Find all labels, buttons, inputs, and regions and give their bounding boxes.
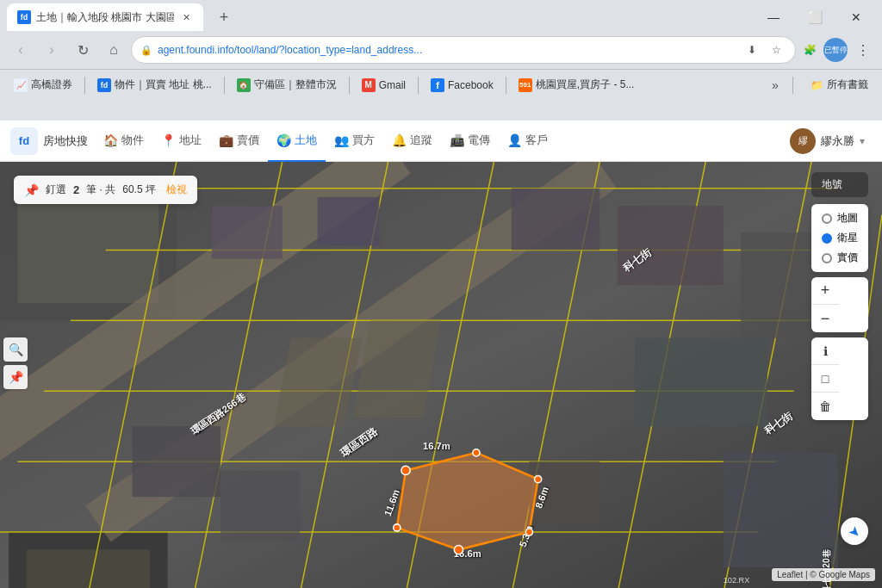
extra-tools: ℹ □ 🗑: [811, 337, 868, 420]
zoom-out-button[interactable]: −: [811, 305, 839, 332]
map-left-tools: 🔍 📌: [0, 334, 31, 393]
view-mode-map[interactable]: 地圖: [822, 211, 858, 226]
bookmark-property[interactable]: fd 物件｜買賣 地址 桃...: [90, 74, 219, 96]
refresh-button[interactable]: ↻: [69, 36, 96, 64]
nav-customer-icon: 👤: [507, 133, 522, 147]
view-mode-satellite[interactable]: 衛星: [822, 231, 858, 245]
svg-rect-34: [220, 470, 300, 541]
tab-title: 土地｜輸入地段 桃園市 大園區...: [36, 10, 174, 25]
app-nav: 🏠 物件 📍 地址 💼 賣價 🌍 土地 👥 買方 🔔 追蹤: [95, 121, 783, 162]
nav-land-icon: 🌍: [276, 133, 291, 147]
address-bar[interactable]: 🔒 agent.foundi.info/tool/land/?location_…: [131, 36, 796, 64]
info-count: 2: [73, 183, 79, 196]
bookmark-facebook-icon: f: [431, 78, 444, 92]
nav-customer-label: 客戶: [525, 133, 548, 148]
view-button[interactable]: 檢視: [166, 183, 187, 197]
info-tool-button[interactable]: ℹ: [811, 337, 839, 365]
view-mode-price[interactable]: 實價: [822, 251, 858, 265]
home-button[interactable]: ⌂: [100, 36, 127, 64]
svg-point-48: [394, 524, 401, 531]
svg-rect-7: [27, 550, 150, 588]
folder-icon: 📁: [811, 79, 823, 91]
nav-land-label: 土地: [295, 133, 317, 148]
bookmark-separator-1: [84, 77, 85, 94]
nav-address-icon: 📍: [161, 133, 176, 147]
pin-icon: 📌: [24, 183, 39, 197]
search-tool-button[interactable]: 🔍: [3, 337, 28, 362]
app-logo[interactable]: fd 房地快搜: [10, 127, 88, 155]
back-button[interactable]: ‹: [7, 36, 34, 64]
map-view-toggle: 地圖 衛星 實價: [811, 204, 868, 272]
profile-button[interactable]: 已暫停: [823, 38, 848, 62]
svg-rect-35: [133, 426, 220, 497]
browser-chrome: fd 土地｜輸入地段 桃園市 大園區... ✕ + — ⬜ ✕ ‹ › ↻ ⌂ …: [0, 0, 882, 121]
delete-tool-button[interactable]: 🗑: [811, 393, 839, 420]
svg-rect-28: [318, 197, 380, 245]
bookmark-star-icon[interactable]: ☆: [766, 40, 786, 60]
nav-price[interactable]: 💼 賣價: [210, 121, 268, 162]
title-bar: fd 土地｜輸入地段 桃園市 大園區... ✕ + — ⬜ ✕: [0, 0, 882, 31]
address-text: agent.foundi.info/tool/land/?location_ty…: [158, 44, 736, 56]
nav-fax[interactable]: 📠 電傳: [441, 121, 499, 162]
nav-track[interactable]: 🔔 追蹤: [383, 121, 441, 162]
nav-buyer[interactable]: 👥 買方: [326, 121, 383, 162]
active-tab[interactable]: fd 土地｜輸入地段 桃園市 大園區... ✕: [7, 3, 203, 31]
bookmark-gaoqiao-label: 高橋證券: [31, 77, 72, 92]
compass-button[interactable]: ➤: [841, 517, 868, 545]
bookmark-gmail[interactable]: M Gmail: [355, 75, 413, 96]
nav-price-icon: 💼: [219, 133, 233, 147]
map-container[interactable]: 16.7m 11.6m 16.6m 8.6m 5.3m 科七街 科七街 環區西路…: [0, 162, 882, 588]
nav-buyer-label: 買方: [352, 133, 375, 148]
user-avatar: 繆: [790, 128, 816, 154]
app-user[interactable]: 繆 繆永勝 ▾: [783, 128, 872, 154]
extensions-button[interactable]: 🧩: [799, 40, 820, 60]
bookmarks-more-button[interactable]: »: [765, 75, 786, 96]
nav-land[interactable]: 🌍 土地: [268, 121, 326, 162]
map-info-box: 📌 釘選 2 筆 · 共 60.5 坪 檢視: [14, 176, 197, 204]
view-mode-map-radio: [822, 214, 832, 224]
maximize-button[interactable]: ⬜: [796, 3, 834, 31]
bookmarks-bar: 📈 高橋證券 fd 物件｜買賣 地址 桃... 🏠 守備區｜整體市況 M Gma…: [0, 69, 882, 100]
map-controls: 地號 地圖 衛星 實價 + −: [811, 172, 868, 420]
bookmark-property-icon: fd: [97, 78, 111, 92]
minimize-button[interactable]: —: [755, 3, 792, 31]
bookmark-gaoqiao[interactable]: 📈 高橋證券: [7, 74, 79, 96]
toolbar-separator: [792, 77, 793, 94]
user-chevron-icon: ▾: [860, 135, 865, 147]
tab-close-button[interactable]: ✕: [179, 10, 193, 24]
view-mode-map-label: 地圖: [837, 211, 858, 226]
profile-label: 已暫停: [824, 45, 848, 56]
bookmark-defense[interactable]: 🏠 守備區｜整體市況: [230, 74, 344, 96]
nav-track-label: 追蹤: [410, 133, 432, 148]
browser-menu-button[interactable]: ⋮: [851, 38, 875, 62]
nav-customer[interactable]: 👤 客戶: [499, 121, 556, 162]
new-tab-button[interactable]: +: [212, 5, 236, 29]
svg-rect-27: [212, 206, 283, 258]
draw-tool-button[interactable]: □: [811, 365, 839, 393]
zoom-in-button[interactable]: +: [811, 277, 839, 305]
svg-point-47: [454, 545, 463, 554]
bookmark-defense-label: 守備區｜整體市況: [254, 77, 337, 92]
nav-fax-label: 電傳: [468, 133, 490, 148]
view-mode-satellite-radio: [822, 233, 832, 244]
close-button[interactable]: ✕: [837, 3, 875, 31]
download-icon[interactable]: ⬇: [742, 40, 762, 60]
secure-icon: 🔒: [140, 45, 152, 56]
bookmark-separator-2: [224, 77, 225, 94]
nav-fax-icon: 📠: [450, 133, 464, 147]
attribution-text: Leaflet | © Google Maps: [777, 570, 870, 579]
nav-address[interactable]: 📍 地址: [152, 121, 210, 162]
address-bar-row: ‹ › ↻ ⌂ 🔒 agent.foundi.info/tool/land/?l…: [0, 31, 882, 69]
all-bookmarks-button[interactable]: 📁 所有書籤: [804, 74, 875, 96]
bookmark-facebook[interactable]: f Facebook: [424, 75, 500, 96]
zoom-controls: + −: [811, 277, 868, 332]
bookmark-separator-4: [418, 77, 419, 94]
info-count-label: 釘選: [46, 183, 66, 197]
svg-rect-30: [618, 206, 724, 285]
nav-property[interactable]: 🏠 物件: [95, 121, 152, 162]
view-mode-price-label: 實價: [837, 251, 858, 265]
bookmark-591[interactable]: 591 桃園買屋,買房子 - 5...: [512, 74, 642, 96]
pin-tool-button[interactable]: 📌: [3, 365, 28, 389]
mode-label-button[interactable]: 地號: [811, 172, 868, 197]
forward-button[interactable]: ›: [38, 36, 65, 64]
